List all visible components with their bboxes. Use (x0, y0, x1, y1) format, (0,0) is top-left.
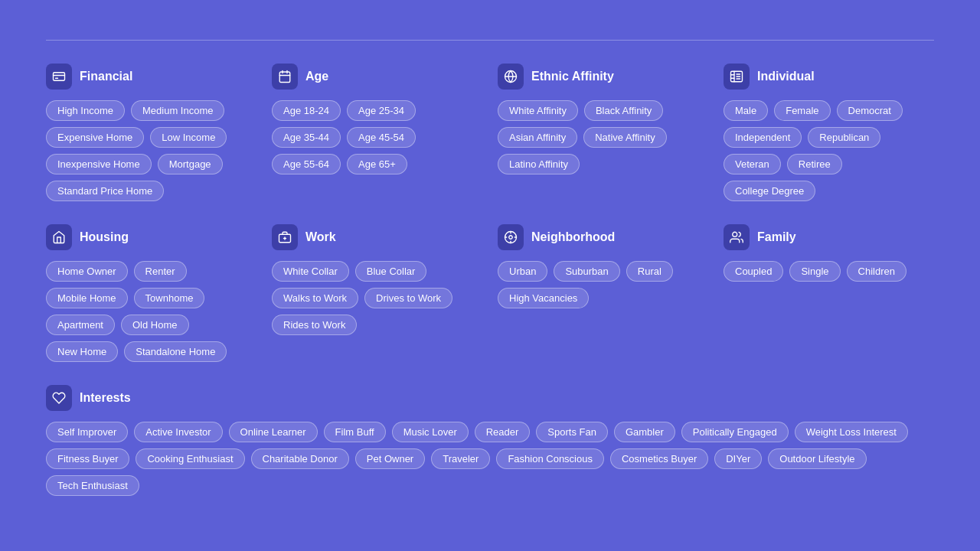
tag[interactable]: Blue Collar (355, 261, 427, 282)
tag[interactable]: Coupled (724, 261, 783, 282)
tag[interactable]: Medium Income (131, 100, 224, 121)
tag[interactable]: Standard Price Home (46, 181, 164, 201)
tag[interactable]: Suburban (554, 261, 619, 282)
section-header-age: Age (272, 64, 482, 90)
tag[interactable]: Age 45-54 (347, 127, 416, 148)
tags-container-financial: High IncomeMedium IncomeExpensive HomeLo… (46, 100, 256, 201)
tag[interactable]: Age 25-34 (347, 100, 416, 121)
tag[interactable]: White Collar (272, 261, 349, 282)
section-title-age: Age (305, 70, 328, 83)
tag[interactable]: Traveler (431, 448, 490, 469)
tag[interactable]: Walks to Work (272, 288, 358, 308)
divider (46, 40, 934, 41)
tag[interactable]: Democrat (837, 100, 903, 121)
tag[interactable]: Mobile Home (46, 288, 128, 308)
tags-container-ethnic-affinity: White AffinityBlack AffinityAsian Affini… (498, 100, 708, 174)
tag[interactable]: Age 18-24 (272, 100, 341, 121)
section-title-interests: Interests (80, 391, 131, 405)
section-header-interests: Interests (46, 385, 934, 411)
tag[interactable]: Rural (626, 261, 673, 282)
tag[interactable]: Rides to Work (272, 315, 357, 335)
tag[interactable]: High Income (46, 100, 125, 121)
financial-icon (46, 64, 72, 90)
tag[interactable]: Urban (498, 261, 547, 282)
section-title-ethnic-affinity: Ethnic Affinity (531, 70, 614, 83)
tag[interactable]: Black Affinity (584, 100, 663, 121)
section-work: WorkWhite CollarBlue CollarWalks to Work… (272, 224, 482, 362)
tag[interactable]: Renter (134, 261, 187, 282)
tag[interactable]: Native Affinity (583, 127, 667, 148)
tag[interactable]: Retiree (787, 154, 842, 174)
tag[interactable]: Tech Enthusiast (46, 475, 139, 496)
tag[interactable]: Self Improver (46, 422, 128, 442)
tag[interactable]: Pet Owner (355, 448, 425, 469)
tag[interactable]: Female (774, 100, 830, 121)
section-header-ethnic-affinity: Ethnic Affinity (498, 64, 708, 90)
tag[interactable]: Sports Fan (536, 422, 608, 442)
section-header-work: Work (272, 224, 482, 250)
tag[interactable]: Music Lover (392, 422, 469, 442)
tag[interactable]: Townhome (134, 288, 205, 308)
tag[interactable]: Film Buff (324, 422, 386, 442)
tag[interactable]: Reader (475, 422, 531, 442)
tag[interactable]: Old Home (121, 315, 189, 335)
section-header-individual: Individual (724, 64, 934, 90)
tag[interactable]: Republican (808, 127, 880, 148)
tag[interactable]: Fitness Buyer (46, 448, 129, 469)
tag[interactable]: Cosmetics Buyer (610, 448, 708, 469)
tags-container-work: White CollarBlue CollarWalks to WorkDriv… (272, 261, 482, 335)
tag[interactable]: Age 65+ (347, 154, 407, 174)
tag[interactable]: Latino Affinity (498, 154, 580, 174)
tag[interactable]: Charitable Donor (251, 448, 349, 469)
tag[interactable]: High Vacancies (498, 288, 589, 308)
tag[interactable]: Politically Engaged (681, 422, 789, 442)
tag[interactable]: Mortgage (158, 154, 223, 174)
svg-rect-0 (54, 73, 65, 81)
tag[interactable]: Apartment (46, 315, 115, 335)
tags-container-interests: Self ImproverActive InvestorOnline Learn… (46, 422, 934, 496)
tag[interactable]: Outdoor Lifestyle (768, 448, 866, 469)
interests-section: InterestsSelf ImproverActive InvestorOnl… (46, 385, 934, 496)
tag[interactable]: College Degree (724, 181, 815, 201)
individual-icon (724, 64, 750, 90)
section-housing: HousingHome OwnerRenterMobile HomeTownho… (46, 224, 256, 362)
tag[interactable]: Asian Affinity (498, 127, 577, 148)
tag[interactable]: Home Owner (46, 261, 128, 282)
tag[interactable]: Veteran (724, 154, 781, 174)
section-individual: IndividualMaleFemaleDemocratIndependentR… (724, 64, 934, 201)
tag[interactable]: Active Investor (134, 422, 222, 442)
tag[interactable]: White Affinity (498, 100, 578, 121)
tag[interactable]: Expensive Home (46, 127, 144, 148)
tags-container-individual: MaleFemaleDemocratIndependentRepublicanV… (724, 100, 934, 201)
tag[interactable]: Male (724, 100, 768, 121)
tag[interactable]: Fashion Conscious (496, 448, 604, 469)
tag[interactable]: New Home (46, 341, 118, 362)
tag[interactable]: DIYer (714, 448, 762, 469)
family-icon (724, 224, 750, 250)
tag[interactable]: Standalone Home (124, 341, 227, 362)
home-icon (46, 224, 72, 250)
section-neighborhood: NeighborhoodUrbanSuburbanRuralHigh Vacan… (498, 224, 708, 362)
tag[interactable]: Inexpensive Home (46, 154, 152, 174)
tag[interactable]: Drives to Work (364, 288, 452, 308)
heart-icon (46, 385, 72, 411)
section-title-individual: Individual (757, 70, 815, 83)
tag[interactable]: Children (847, 261, 906, 282)
tag[interactable]: Online Learner (229, 422, 318, 442)
tag[interactable]: Age 35-44 (272, 127, 341, 148)
section-ethnic-affinity: Ethnic AffinityWhite AffinityBlack Affin… (498, 64, 708, 201)
section-title-financial: Financial (80, 70, 132, 83)
tag[interactable]: Cooking Enthusiast (136, 448, 244, 469)
tag[interactable]: Weight Loss Interest (795, 422, 908, 442)
neighborhood-icon (498, 224, 524, 250)
tag[interactable]: Age 55-64 (272, 154, 341, 174)
svg-point-25 (733, 232, 737, 236)
section-title-neighborhood: Neighborhood (531, 230, 615, 244)
section-header-housing: Housing (46, 224, 256, 250)
tag[interactable]: Single (789, 261, 840, 282)
globe-icon (498, 64, 524, 90)
svg-rect-3 (279, 72, 290, 83)
tag[interactable]: Gambler (614, 422, 675, 442)
tag[interactable]: Low Income (150, 127, 227, 148)
tag[interactable]: Independent (724, 127, 802, 148)
